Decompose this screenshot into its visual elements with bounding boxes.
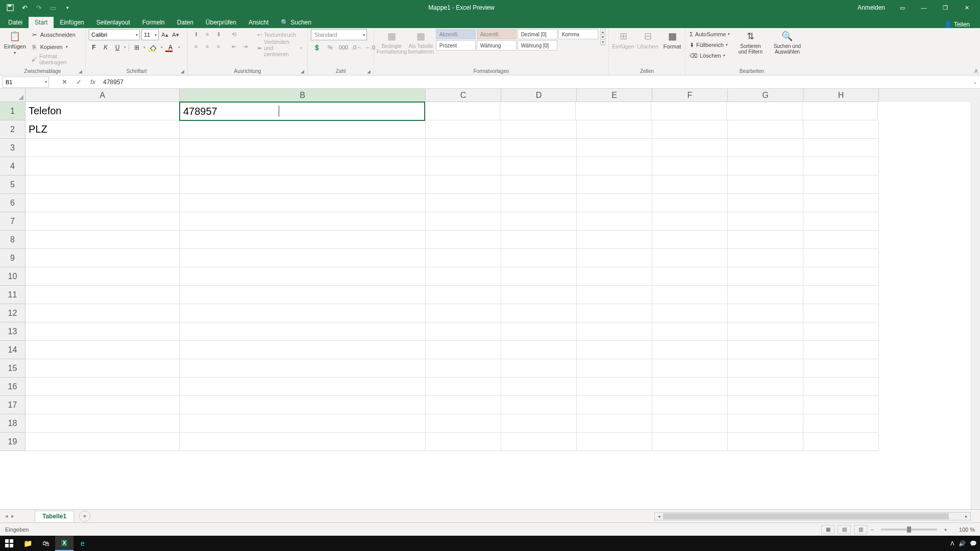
cell-D10[interactable] [501, 267, 577, 286]
align-left-button[interactable]: ≡ [191, 41, 201, 52]
expand-gallery-icon[interactable]: ▾ [601, 40, 605, 45]
style-waehrung[interactable]: Währung [477, 40, 517, 51]
share-button[interactable]: 👤Teilen [939, 21, 975, 28]
bold-button[interactable]: F [89, 42, 99, 53]
sign-in-link[interactable]: Anmelden [850, 4, 892, 11]
row-header-7[interactable]: 7 [0, 212, 26, 231]
merge-center-button[interactable]: ⬌Verbinden und zentrieren▾ [255, 42, 304, 54]
decrease-font-button[interactable]: A▾ [171, 30, 180, 40]
cell-A2[interactable]: PLZ [26, 120, 180, 139]
cell-B7[interactable] [180, 212, 426, 231]
undo-icon[interactable]: ↶ [19, 3, 30, 13]
cell-H12[interactable] [803, 304, 879, 322]
cell-A6[interactable] [26, 194, 180, 212]
comma-button[interactable]: 000 [337, 42, 350, 53]
row-header-5[interactable]: 5 [0, 176, 26, 194]
cell-B1[interactable]: 478957 [179, 102, 425, 121]
find-select-button[interactable]: 🔍 Suchen und Auswählen [770, 29, 804, 56]
cell-F9[interactable] [652, 249, 728, 267]
cell-H11[interactable] [803, 286, 879, 304]
align-launcher-icon[interactable]: ◢ [301, 69, 304, 74]
column-header-F[interactable]: F [652, 89, 728, 102]
cell-G11[interactable] [728, 286, 803, 304]
scroll-down-icon[interactable]: ▾ [601, 35, 605, 40]
cell-H15[interactable] [803, 359, 879, 378]
zoom-value[interactable]: 100 % [950, 527, 975, 533]
row-header-3[interactable]: 3 [0, 139, 26, 157]
cell-F4[interactable] [652, 157, 728, 176]
cell-G6[interactable] [728, 194, 803, 212]
cell-D4[interactable] [501, 157, 577, 176]
cell-H1[interactable] [802, 102, 878, 120]
column-header-E[interactable]: E [577, 89, 652, 102]
cell-C14[interactable] [426, 341, 501, 359]
cell-C8[interactable] [426, 231, 501, 249]
paste-button[interactable]: 📋 Einfügen ▾ [3, 29, 27, 56]
row-header-1[interactable]: 1 [0, 102, 26, 120]
expand-formula-bar-icon[interactable]: ⌄ [970, 79, 980, 85]
cell-C13[interactable] [426, 322, 501, 341]
scroll-thumb[interactable] [663, 513, 949, 519]
sheet-nav-prev-icon[interactable]: ◂ [5, 513, 8, 519]
cell-C6[interactable] [426, 194, 501, 212]
align-middle-button[interactable]: ≡ [202, 29, 212, 39]
cell-B18[interactable] [180, 414, 426, 433]
cell-E12[interactable] [577, 304, 652, 322]
cell-A3[interactable] [26, 139, 180, 157]
cell-G16[interactable] [728, 378, 803, 396]
cell-C18[interactable] [426, 414, 501, 433]
ribbon-display-icon[interactable]: ▭ [892, 2, 913, 14]
cell-C16[interactable] [426, 378, 501, 396]
cell-A12[interactable] [26, 304, 180, 322]
column-header-D[interactable]: D [501, 89, 577, 102]
action-center-icon[interactable]: 💬 [970, 540, 977, 547]
minimize-icon[interactable]: — [914, 2, 934, 14]
column-header-B[interactable]: B [180, 89, 426, 102]
cell-D18[interactable] [501, 414, 577, 433]
cell-G1[interactable] [727, 102, 802, 120]
close-icon[interactable]: ✕ [957, 2, 977, 14]
cell-D14[interactable] [501, 341, 577, 359]
decrease-indent-button[interactable]: ⇤ [229, 41, 239, 52]
cell-F14[interactable] [652, 341, 728, 359]
cell-H7[interactable] [803, 212, 879, 231]
copy-button[interactable]: ⎘Kopieren▾ [29, 41, 82, 53]
cell-F5[interactable] [652, 176, 728, 194]
cell-A18[interactable] [26, 414, 180, 433]
edge-icon[interactable]: e [74, 536, 92, 551]
insert-cells-button[interactable]: ⊞ Einfügen [612, 29, 634, 51]
cell-C5[interactable] [426, 176, 501, 194]
cell-D3[interactable] [501, 139, 577, 157]
cell-B15[interactable] [180, 359, 426, 378]
underline-button[interactable]: U [112, 42, 122, 53]
orientation-button[interactable]: ⟲ [229, 29, 239, 39]
row-header-11[interactable]: 11 [0, 286, 26, 304]
number-format-select[interactable]: Standard▾ [311, 29, 367, 40]
font-launcher-icon[interactable]: ◢ [181, 69, 184, 74]
delete-cells-button[interactable]: ⊟ Löschen [636, 29, 659, 51]
increase-indent-button[interactable]: ⇥ [240, 41, 250, 52]
cell-A5[interactable] [26, 176, 180, 194]
row-header-12[interactable]: 12 [0, 304, 26, 322]
cell-F12[interactable] [652, 304, 728, 322]
row-header-15[interactable]: 15 [0, 359, 26, 378]
row-header-6[interactable]: 6 [0, 194, 26, 212]
cell-D1[interactable] [500, 102, 576, 120]
cell-H8[interactable] [803, 231, 879, 249]
cell-F19[interactable] [652, 433, 728, 451]
percent-button[interactable]: % [324, 42, 336, 53]
cell-E9[interactable] [577, 249, 652, 267]
zoom-out-button[interactable]: − [870, 527, 873, 533]
cell-H2[interactable] [803, 120, 879, 139]
format-as-table-button[interactable]: ▦ Als Tabelle formatieren [408, 29, 434, 56]
cell-A8[interactable] [26, 231, 180, 249]
cell-G7[interactable] [728, 212, 803, 231]
vertical-scrollbar[interactable] [971, 102, 980, 509]
scroll-right-icon[interactable]: ▸ [962, 513, 970, 520]
font-size-select[interactable]: 11▾ [141, 29, 159, 40]
cell-E2[interactable] [577, 120, 652, 139]
cell-E10[interactable] [577, 267, 652, 286]
increase-decimal-button[interactable]: .0→ [351, 42, 363, 53]
cell-B12[interactable] [180, 304, 426, 322]
cut-button[interactable]: ✂Ausschneiden [29, 29, 82, 40]
